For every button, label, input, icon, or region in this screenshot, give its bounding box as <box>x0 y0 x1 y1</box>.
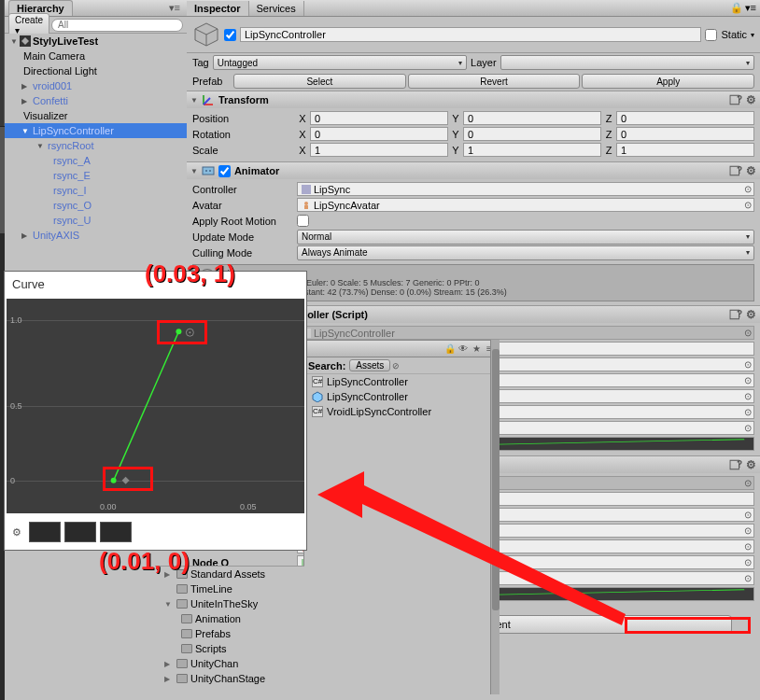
hierarchy-item[interactable]: Confetti <box>31 95 68 106</box>
hierarchy-item[interactable]: UnityAXIS <box>31 230 79 241</box>
position-x-input[interactable] <box>310 111 448 125</box>
rotation-y-input[interactable] <box>463 127 601 141</box>
hierarchy-item[interactable]: rsyncRoot <box>46 140 94 151</box>
curve-preset[interactable] <box>64 522 96 542</box>
folder-row[interactable]: TimeLine <box>155 581 304 596</box>
avatar-field[interactable]: LipSyncAvatar <box>297 198 754 212</box>
hierarchy-item[interactable]: rsync_O <box>51 200 91 211</box>
hierarchy-item[interactable]: rsync_U <box>51 215 91 226</box>
folder-row[interactable]: Scripts <box>155 641 304 656</box>
help-icon[interactable]: ⃞? <box>737 309 742 320</box>
hierarchy-item[interactable]: vroid001 <box>31 80 72 91</box>
lipsync-title: Lip Sync Controller (Script) <box>234 309 733 320</box>
hierarchy-item[interactable]: Main Camera <box>21 50 85 62</box>
folder-row[interactable]: ▼UniteInTheSky <box>155 596 304 611</box>
prefab-label: Prefab <box>192 76 232 87</box>
apply-root-checkbox[interactable] <box>297 215 309 227</box>
folder-row[interactable]: Prefabs <box>155 626 304 641</box>
search-label: Search: <box>308 360 345 371</box>
panel-menu-icon[interactable]: ▾≡ <box>166 2 183 14</box>
curve-preset[interactable] <box>100 522 132 542</box>
asset-row[interactable]: C#VroidLipSyncController <box>304 404 500 419</box>
gameobject-enabled-checkbox[interactable] <box>224 29 236 41</box>
folder-row[interactable]: ▶UnityChanStage <box>155 671 304 686</box>
prefab-icon <box>312 391 323 402</box>
script-icon: C# <box>312 376 323 387</box>
rotation-z-input[interactable] <box>616 127 754 141</box>
gear-icon[interactable]: ⚙ <box>746 458 756 471</box>
scale-x-input[interactable] <box>310 143 448 157</box>
script-icon: C# <box>312 406 323 417</box>
static-dropdown-icon[interactable]: ▾ <box>751 31 754 39</box>
update-mode-label: Update Mode <box>192 231 295 243</box>
prefab-select-button[interactable]: Select <box>233 74 406 89</box>
rotation-label: Rotation <box>192 129 295 140</box>
svg-point-19 <box>304 202 308 205</box>
svg-line-14 <box>204 98 210 105</box>
search-scope-pill[interactable]: Assets <box>349 359 390 371</box>
position-label: Position <box>192 113 295 124</box>
asset-row[interactable]: LipSyncController <box>304 389 500 404</box>
gear-icon[interactable]: ⚙ <box>8 524 25 540</box>
help-icon[interactable]: ⃞? <box>737 94 742 105</box>
scale-z-input[interactable] <box>616 143 754 157</box>
hierarchy-search-input[interactable] <box>51 19 183 32</box>
static-checkbox[interactable] <box>705 29 717 41</box>
inspector-tab[interactable]: Inspector <box>187 1 249 16</box>
favorite-icon[interactable]: ★ <box>470 343 483 356</box>
curve-preset[interactable] <box>29 522 61 542</box>
curve-canvas[interactable]: 1.0 0.5 0 0.00 0.05 <box>7 299 304 513</box>
help-icon[interactable]: ⃞? <box>737 165 742 176</box>
prefab-revert-button[interactable]: Revert <box>408 74 581 89</box>
gameobject-name-input[interactable] <box>240 27 701 42</box>
animator-icon <box>202 164 215 177</box>
scale-label: Scale <box>192 145 295 156</box>
lock-icon[interactable]: 🔒 <box>730 2 743 14</box>
culling-label: Culling Mode <box>192 247 295 259</box>
annotation-box <box>103 467 153 491</box>
avatar-label: Avatar <box>192 200 295 211</box>
gear-icon[interactable]: ⚙ <box>746 308 756 321</box>
help-icon[interactable]: ⃞? <box>737 459 742 470</box>
position-y-input[interactable] <box>463 111 601 125</box>
hierarchy-item[interactable]: Directional Light <box>21 65 97 77</box>
rotation-x-input[interactable] <box>310 127 448 141</box>
svg-point-16 <box>205 170 207 172</box>
visibility-icon[interactable]: 👁 <box>457 343 470 356</box>
static-label: Static <box>721 29 747 40</box>
foldout-icon[interactable]: ▼ <box>190 167 198 175</box>
hierarchy-item[interactable]: rsync_E <box>51 170 91 181</box>
position-z-input[interactable] <box>616 111 754 125</box>
services-tab[interactable]: Services <box>249 1 304 16</box>
folder-row[interactable]: ▶UnityChan <box>155 656 304 671</box>
gear-icon[interactable]: ⚙ <box>746 93 756 106</box>
scene-name[interactable]: StylyLiveTest <box>31 35 98 47</box>
folder-icon <box>181 629 192 638</box>
annotation-arrow <box>317 467 635 630</box>
lock-icon[interactable]: 🔒 <box>443 343 457 356</box>
transform-title: Transform <box>218 94 733 105</box>
foldout-icon[interactable]: ▼ <box>190 96 198 105</box>
controller-field[interactable]: LipSync <box>297 182 754 196</box>
tag-dropdown[interactable]: Untagged <box>213 55 467 70</box>
folder-icon <box>176 674 188 683</box>
animator-enabled-checkbox[interactable] <box>218 165 231 177</box>
svg-point-17 <box>209 170 211 172</box>
prefab-apply-button[interactable]: Apply <box>582 74 754 89</box>
svg-rect-18 <box>302 185 311 194</box>
panel-menu-icon[interactable]: ▾≡ <box>745 2 756 14</box>
apply-root-label: Apply Root Motion <box>192 216 295 227</box>
layer-dropdown[interactable] <box>500 55 754 70</box>
culling-dropdown[interactable]: Always Animate <box>297 245 754 260</box>
asset-row[interactable]: C#LipSyncController <box>304 374 500 389</box>
hierarchy-item[interactable]: rsync_A <box>51 155 91 166</box>
update-mode-dropdown[interactable]: Normal <box>297 230 754 245</box>
svg-marker-54 <box>317 471 626 625</box>
scale-y-input[interactable] <box>463 143 601 157</box>
curve-editor-popup: Curve 1.0 0.5 0 0.00 0.05 ⚙ <box>4 271 307 551</box>
hierarchy-item[interactable]: rsync_I <box>51 185 86 196</box>
scene-view[interactable]: Persp <box>0 0 5 126</box>
folder-row[interactable]: Animation <box>155 611 304 626</box>
gear-icon[interactable]: ⚙ <box>746 164 756 177</box>
hierarchy-item[interactable]: Visualizer <box>21 110 68 121</box>
